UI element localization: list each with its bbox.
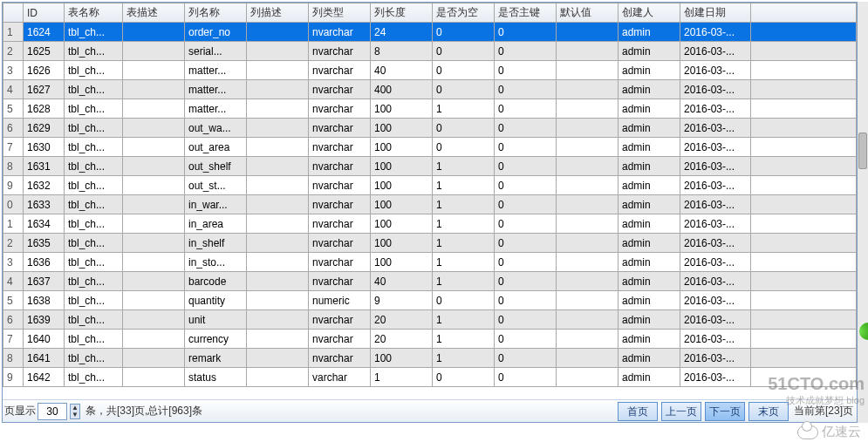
cell-is-null[interactable]: 0 [433,80,495,99]
cell-col-name[interactable]: in_shelf [185,234,247,253]
cell-col-len[interactable]: 100 [371,214,433,234]
cell-col-desc[interactable] [247,99,309,119]
cell-col-name[interactable]: in_area [185,214,247,234]
cell-id[interactable]: 1637 [24,272,65,291]
cell-default[interactable] [557,138,619,157]
table-row[interactable]: 11634tbl_ch...in_areanvarchar10010admin2… [3,214,857,234]
cell-col-name[interactable]: unit [185,310,247,330]
cell-is-pk[interactable]: 0 [495,61,557,80]
cell-is-pk[interactable]: 0 [495,291,557,310]
col-col-desc[interactable]: 列描述 [247,3,309,23]
cell-table-desc[interactable] [123,291,185,310]
cell-create-date[interactable]: 2016-03-... [680,330,751,349]
cell-col-type[interactable]: nvarchar [309,214,371,234]
cell-col-name[interactable]: out_shelf [185,157,247,176]
cell-create-date[interactable]: 2016-03-... [680,272,751,291]
cell-id[interactable]: 1638 [24,291,65,310]
cell-col-type[interactable]: nvarchar [309,195,371,214]
cell-default[interactable] [557,214,619,234]
cell-is-pk[interactable]: 0 [495,99,557,119]
cell-table-desc[interactable] [123,272,185,291]
cell-create-date[interactable]: 2016-03-... [680,253,751,272]
table-row[interactable]: 91642tbl_ch...statusvarchar100admin2016-… [3,368,857,387]
table-row[interactable]: 91632tbl_ch...out_st...nvarchar10010admi… [3,176,857,195]
cell-col-len[interactable]: 100 [371,176,433,195]
cell-table-name[interactable]: tbl_ch... [65,253,123,272]
cell-creator[interactable]: admin [619,349,680,368]
cell-id[interactable]: 1640 [24,330,65,349]
cell-is-null[interactable]: 0 [433,291,495,310]
cell-creator[interactable]: admin [619,234,680,253]
table-row[interactable]: 51628tbl_ch...matter...nvarchar10010admi… [3,99,857,119]
cell-col-name[interactable]: serial... [185,42,247,61]
cell-creator[interactable]: admin [619,42,680,61]
cell-id[interactable]: 1642 [24,368,65,387]
cell-id[interactable]: 1631 [24,157,65,176]
table-row[interactable]: 61639tbl_ch...unitnvarchar2010admin2016-… [3,310,857,330]
cell-default[interactable] [557,157,619,176]
cell-id[interactable]: 1633 [24,195,65,214]
cell-id[interactable]: 1641 [24,349,65,368]
cell-create-date[interactable]: 2016-03-... [680,42,751,61]
cell-col-desc[interactable] [247,157,309,176]
cell-col-type[interactable]: nvarchar [309,80,371,99]
cell-creator[interactable]: admin [619,368,680,387]
cell-is-pk[interactable]: 0 [495,368,557,387]
cell-is-null[interactable]: 1 [433,99,495,119]
cell-col-name[interactable]: out_wa... [185,119,247,138]
cell-is-pk[interactable]: 0 [495,349,557,368]
cell-is-pk[interactable]: 0 [495,176,557,195]
cell-table-desc[interactable] [123,61,185,80]
cell-default[interactable] [557,176,619,195]
cell-create-date[interactable]: 2016-03-... [680,214,751,234]
cell-default[interactable] [557,119,619,138]
cell-default[interactable] [557,234,619,253]
cell-is-pk[interactable]: 0 [495,272,557,291]
cell-col-desc[interactable] [247,214,309,234]
col-create-date[interactable]: 创建日期 [680,3,751,23]
cell-is-pk[interactable]: 0 [495,157,557,176]
col-creator[interactable]: 创建人 [619,3,680,23]
cell-create-date[interactable]: 2016-03-... [680,157,751,176]
cell-id[interactable]: 1634 [24,214,65,234]
cell-col-len[interactable]: 40 [371,272,433,291]
cell-creator[interactable]: admin [619,61,680,80]
cell-col-name[interactable]: out_st... [185,176,247,195]
cell-id[interactable]: 1627 [24,80,65,99]
cell-id[interactable]: 1632 [24,176,65,195]
cell-col-name[interactable]: currency [185,330,247,349]
cell-is-null[interactable]: 0 [433,368,495,387]
cell-table-name[interactable]: tbl_ch... [65,368,123,387]
cell-is-null[interactable]: 1 [433,310,495,330]
cell-col-type[interactable]: nvarchar [309,23,371,42]
cell-id[interactable]: 1624 [24,23,65,42]
cell-create-date[interactable]: 2016-03-... [680,310,751,330]
cell-table-desc[interactable] [123,157,185,176]
cell-table-desc[interactable] [123,330,185,349]
cell-creator[interactable]: admin [619,176,680,195]
cell-creator[interactable]: admin [619,214,680,234]
cell-is-pk[interactable]: 0 [495,310,557,330]
cell-col-type[interactable]: numeric [309,291,371,310]
table-row[interactable]: 31636tbl_ch...in_sto...nvarchar10010admi… [3,253,857,272]
cell-table-name[interactable]: tbl_ch... [65,23,123,42]
cell-col-name[interactable]: in_sto... [185,253,247,272]
cell-is-pk[interactable]: 0 [495,23,557,42]
cell-creator[interactable]: admin [619,138,680,157]
table-row[interactable]: 81641tbl_ch...remarknvarchar10010admin20… [3,349,857,368]
cell-is-pk[interactable]: 0 [495,80,557,99]
cell-create-date[interactable]: 2016-03-... [680,119,751,138]
col-col-name[interactable]: 列名称 [185,3,247,23]
cell-creator[interactable]: admin [619,253,680,272]
cell-is-pk[interactable]: 0 [495,330,557,349]
cell-col-desc[interactable] [247,80,309,99]
cell-is-null[interactable]: 0 [433,119,495,138]
table-row[interactable]: 21635tbl_ch...in_shelfnvarchar10010admin… [3,234,857,253]
vertical-scrollbar[interactable] [858,2,868,423]
cell-col-len[interactable]: 100 [371,138,433,157]
cell-col-desc[interactable] [247,138,309,157]
cell-col-len[interactable]: 400 [371,80,433,99]
spin-down-icon[interactable]: ▼ [71,411,79,418]
cell-id[interactable]: 1636 [24,253,65,272]
cell-is-null[interactable]: 1 [433,253,495,272]
